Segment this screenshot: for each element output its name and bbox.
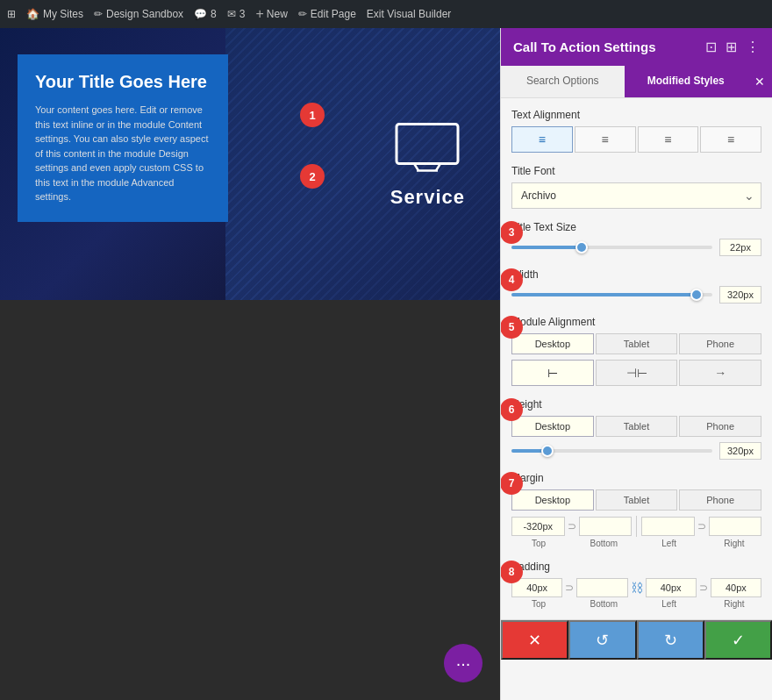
title-text-size-track[interactable] [511, 246, 712, 249]
badge-1: 1 [300, 103, 325, 127]
my-sites-item[interactable]: 🏠 My Sites [26, 8, 83, 20]
panel-header: Call To Action Settings ⊡ ⊞ ⋮ [501, 28, 772, 66]
title-text-size-group: 3 Title Text Size 22px [511, 221, 761, 256]
grid-icon[interactable]: ⊞ [726, 39, 737, 55]
align-icon-center-btn[interactable]: ⊢ [511, 360, 594, 386]
cancel-button[interactable]: ✕ [501, 620, 568, 660]
save-icon: ✓ [732, 631, 745, 650]
height-thumb[interactable] [541, 445, 554, 457]
height-desktop-tab[interactable]: Desktop [511, 416, 594, 437]
width-group: 4 Width 320px [511, 268, 761, 304]
more-icon[interactable]: ⋮ [746, 39, 760, 55]
align-justify-button[interactable]: ≡ [700, 126, 761, 153]
margin-inputs-row: ⊃ ⊃ [511, 516, 761, 537]
badge-7: 7 [501, 472, 523, 495]
design-sandbox-label: Design Sandbox [106, 8, 183, 20]
margin-bottom-input[interactable] [579, 517, 633, 536]
badge-2: 2 [300, 164, 325, 189]
font-select-wrapper: Archivo ⌄ [511, 182, 761, 209]
height-tablet-tab[interactable]: Tablet [596, 416, 678, 437]
wordpress-icon: ⊞ [7, 8, 16, 20]
module-alignment-desktop-tab[interactable]: Desktop [511, 333, 594, 354]
message-icon: ✉ [227, 8, 236, 20]
height-label: Height [511, 398, 761, 411]
padding-top-input[interactable] [511, 578, 562, 597]
close-tab-icon[interactable]: ✕ [747, 66, 772, 97]
title-font-group: Title Font Archivo ⌄ [511, 165, 761, 209]
title-text-size-thumb[interactable] [575, 241, 588, 254]
padding-link2-icon: ⊃ [699, 582, 708, 594]
responsive-icon[interactable]: ⊡ [705, 39, 717, 55]
badge-3: 3 [501, 221, 523, 244]
margin-left-input[interactable] [641, 517, 695, 536]
title-text-size-value[interactable]: 22px [719, 239, 761, 256]
monitor-icon [392, 120, 462, 173]
margin-top-input[interactable] [511, 517, 565, 536]
align-icon-split-btn[interactable]: ⊣⊢ [596, 360, 678, 386]
sites-icon: 🏠 [26, 8, 39, 20]
height-group: 6 Height Desktop Tablet Phone 320px [511, 398, 761, 460]
width-slider-row: 320px [511, 286, 761, 304]
padding-labels-row: Top Bottom Left Right [511, 599, 761, 609]
margin-bottom-label: Bottom [576, 539, 631, 548]
margin-top-label: Top [511, 539, 566, 548]
tab-modified-styles[interactable]: Modified Styles [625, 66, 748, 97]
margin-desktop-tab[interactable]: Desktop [511, 489, 594, 511]
design-sandbox-item[interactable]: ✏ Design Sandbox [94, 8, 183, 20]
exit-builder-item[interactable]: Exit Visual Builder [367, 8, 452, 20]
edit-page-label: Edit Page [311, 8, 356, 20]
module-alignment-tablet-tab[interactable]: Tablet [596, 333, 678, 354]
width-track[interactable] [511, 293, 712, 296]
save-button[interactable]: ✓ [704, 620, 772, 660]
font-select[interactable]: Archivo [511, 182, 761, 209]
margin-divider [636, 516, 637, 537]
hero-text: Your content goes here. Edit or remove t… [35, 103, 211, 204]
messages-count: 3 [239, 8, 246, 20]
padding-right-input[interactable] [711, 578, 761, 597]
height-phone-tab[interactable]: Phone [679, 416, 761, 437]
new-label: New [267, 8, 288, 20]
service-label: Service [390, 186, 465, 209]
fab-dots-icon: ··· [456, 654, 471, 674]
cancel-icon: ✕ [528, 631, 541, 650]
tab-search-options[interactable]: Search Options [501, 66, 625, 97]
preview-area: Your Title Goes Here Your content goes h… [0, 28, 500, 700]
width-thumb[interactable] [690, 289, 703, 301]
align-center-button[interactable]: ≡ [575, 126, 636, 153]
module-alignment-phone-tab[interactable]: Phone [679, 333, 761, 354]
text-alignment-label: Text Alignment [511, 109, 761, 121]
badge-6: 6 [501, 398, 523, 421]
comments-count: 8 [211, 8, 217, 20]
admin-bar: ⊞ 🏠 My Sites ✏ Design Sandbox 💬 8 ✉ 3 + … [0, 0, 772, 28]
new-item[interactable]: + New [255, 6, 287, 22]
padding-inputs-row: ⊃ ⛓ ⊃ [511, 578, 761, 597]
wordpress-icon-item[interactable]: ⊞ [7, 8, 16, 20]
padding-spacer2 [633, 599, 639, 609]
fab-button[interactable]: ··· [444, 644, 482, 682]
width-value[interactable]: 320px [719, 286, 761, 304]
edit-page-item[interactable]: ✏ Edit Page [298, 8, 356, 20]
padding-left-input[interactable] [646, 578, 697, 597]
align-right-button[interactable]: ≡ [638, 126, 699, 153]
height-track[interactable] [511, 449, 712, 453]
module-alignment-icon-buttons: ⊢ ⊣⊢ → [511, 360, 761, 386]
padding-bottom-input[interactable] [576, 578, 627, 597]
height-value[interactable]: 320px [719, 442, 761, 460]
padding-spacer1 [568, 599, 574, 609]
settings-panel: Call To Action Settings ⊡ ⊞ ⋮ Search Opt… [500, 28, 772, 700]
redo-icon: ↻ [664, 631, 677, 650]
badge-4: 4 [501, 268, 523, 291]
svg-rect-0 [397, 125, 458, 164]
padding-right-label: Right [707, 599, 761, 609]
margin-group: 7 Margin Desktop Tablet Phone ⊃ ⊃ [511, 472, 761, 548]
margin-right-input[interactable] [709, 517, 762, 536]
align-left-button[interactable]: ≡ [511, 126, 573, 153]
redo-button[interactable]: ↻ [637, 620, 704, 660]
messages-item[interactable]: ✉ 3 [227, 8, 246, 20]
comments-item[interactable]: 💬 8 [194, 8, 217, 20]
title-text-size-fill [511, 246, 582, 249]
margin-tablet-tab[interactable]: Tablet [596, 489, 678, 511]
align-icon-right-btn[interactable]: → [679, 360, 761, 386]
margin-phone-tab[interactable]: Phone [679, 489, 761, 511]
undo-button[interactable]: ↺ [568, 620, 636, 660]
